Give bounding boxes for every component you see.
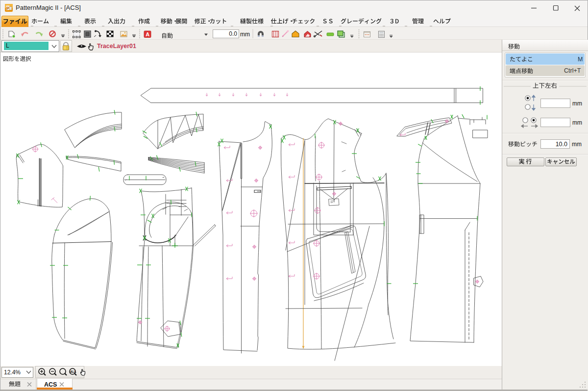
svg-text:ALL: ALL (70, 370, 76, 373)
